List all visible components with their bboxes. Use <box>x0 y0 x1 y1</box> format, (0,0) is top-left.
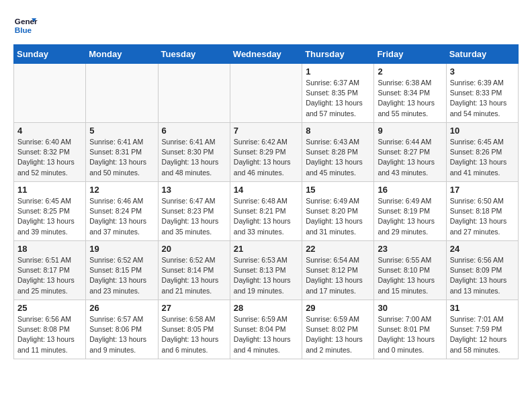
weekday-header-sunday: Sunday <box>14 45 86 64</box>
calendar-cell: 21Sunrise: 6:53 AMSunset: 8:13 PMDayligh… <box>230 241 302 300</box>
day-info: Sunrise: 6:39 AMSunset: 8:33 PMDaylight:… <box>450 78 515 119</box>
calendar-table: SundayMondayTuesdayWednesdayThursdayFrid… <box>13 44 519 359</box>
day-info: Sunrise: 6:46 AMSunset: 8:24 PMDaylight:… <box>89 196 154 237</box>
day-number: 23 <box>378 244 442 254</box>
day-number: 6 <box>162 126 226 136</box>
calendar-cell: 16Sunrise: 6:49 AMSunset: 8:19 PMDayligh… <box>374 182 446 241</box>
calendar-week-2: 4Sunrise: 6:40 AMSunset: 8:32 PMDaylight… <box>14 123 519 182</box>
calendar-cell: 3Sunrise: 6:39 AMSunset: 8:33 PMDaylight… <box>446 64 518 123</box>
day-number: 30 <box>378 303 442 313</box>
day-number: 27 <box>162 303 226 313</box>
day-info: Sunrise: 6:56 AMSunset: 8:08 PMDaylight:… <box>17 314 82 355</box>
day-number: 16 <box>378 185 442 195</box>
day-info: Sunrise: 6:45 AMSunset: 8:26 PMDaylight:… <box>450 137 515 178</box>
calendar-cell: 5Sunrise: 6:41 AMSunset: 8:31 PMDaylight… <box>86 123 158 182</box>
calendar-cell <box>230 64 302 123</box>
calendar-cell <box>158 64 230 123</box>
calendar-cell: 31Sunrise: 7:01 AMSunset: 7:59 PMDayligh… <box>446 300 518 359</box>
day-number: 26 <box>89 303 154 313</box>
day-number: 15 <box>306 185 370 195</box>
day-number: 25 <box>17 303 82 313</box>
calendar-cell: 24Sunrise: 6:56 AMSunset: 8:09 PMDayligh… <box>446 241 518 300</box>
day-info: Sunrise: 6:59 AMSunset: 8:02 PMDaylight:… <box>306 314 370 355</box>
calendar-week-1: 1Sunrise: 6:37 AMSunset: 8:35 PMDaylight… <box>14 64 519 123</box>
weekday-header-wednesday: Wednesday <box>230 45 302 64</box>
day-info: Sunrise: 6:52 AMSunset: 8:15 PMDaylight:… <box>89 255 154 296</box>
day-number: 21 <box>234 244 298 254</box>
weekday-header-monday: Monday <box>86 45 158 64</box>
day-info: Sunrise: 6:52 AMSunset: 8:14 PMDaylight:… <box>162 255 226 296</box>
day-number: 9 <box>378 126 442 136</box>
calendar-cell: 28Sunrise: 6:59 AMSunset: 8:04 PMDayligh… <box>230 300 302 359</box>
day-number: 22 <box>306 244 370 254</box>
day-number: 2 <box>378 66 442 77</box>
calendar-header-row: SundayMondayTuesdayWednesdayThursdayFrid… <box>14 45 519 64</box>
calendar-cell: 18Sunrise: 6:51 AMSunset: 8:17 PMDayligh… <box>14 241 86 300</box>
calendar-cell: 17Sunrise: 6:50 AMSunset: 8:18 PMDayligh… <box>446 182 518 241</box>
day-number: 4 <box>17 126 82 136</box>
calendar-cell: 9Sunrise: 6:44 AMSunset: 8:27 PMDaylight… <box>374 123 446 182</box>
calendar-cell: 6Sunrise: 6:41 AMSunset: 8:30 PMDaylight… <box>158 123 230 182</box>
day-info: Sunrise: 6:45 AMSunset: 8:25 PMDaylight:… <box>17 196 82 237</box>
day-number: 24 <box>450 244 515 254</box>
day-number: 3 <box>450 66 515 77</box>
svg-text:Blue: Blue <box>15 26 32 34</box>
day-number: 1 <box>306 66 370 77</box>
calendar-cell: 19Sunrise: 6:52 AMSunset: 8:15 PMDayligh… <box>86 241 158 300</box>
day-number: 19 <box>89 244 154 254</box>
calendar-cell: 26Sunrise: 6:57 AMSunset: 8:06 PMDayligh… <box>86 300 158 359</box>
day-number: 28 <box>234 303 298 313</box>
day-info: Sunrise: 6:58 AMSunset: 8:05 PMDaylight:… <box>162 314 226 355</box>
calendar-cell: 27Sunrise: 6:58 AMSunset: 8:05 PMDayligh… <box>158 300 230 359</box>
day-info: Sunrise: 6:41 AMSunset: 8:30 PMDaylight:… <box>162 137 226 178</box>
day-info: Sunrise: 6:50 AMSunset: 8:18 PMDaylight:… <box>450 196 515 237</box>
calendar-cell: 22Sunrise: 6:54 AMSunset: 8:12 PMDayligh… <box>302 241 374 300</box>
day-info: Sunrise: 6:41 AMSunset: 8:31 PMDaylight:… <box>89 137 154 178</box>
day-number: 31 <box>450 303 515 313</box>
calendar-cell: 13Sunrise: 6:47 AMSunset: 8:23 PMDayligh… <box>158 182 230 241</box>
day-number: 8 <box>306 126 370 136</box>
calendar-cell: 7Sunrise: 6:42 AMSunset: 8:29 PMDaylight… <box>230 123 302 182</box>
calendar-cell: 15Sunrise: 6:49 AMSunset: 8:20 PMDayligh… <box>302 182 374 241</box>
calendar-cell <box>86 64 158 123</box>
weekday-header-thursday: Thursday <box>302 45 374 64</box>
day-info: Sunrise: 6:43 AMSunset: 8:28 PMDaylight:… <box>306 137 370 178</box>
calendar-cell: 12Sunrise: 6:46 AMSunset: 8:24 PMDayligh… <box>86 182 158 241</box>
day-info: Sunrise: 6:49 AMSunset: 8:19 PMDaylight:… <box>378 196 442 237</box>
logo-icon: General Blue <box>13 13 38 38</box>
day-info: Sunrise: 6:48 AMSunset: 8:21 PMDaylight:… <box>234 196 298 237</box>
calendar-cell: 29Sunrise: 6:59 AMSunset: 8:02 PMDayligh… <box>302 300 374 359</box>
calendar-cell: 1Sunrise: 6:37 AMSunset: 8:35 PMDaylight… <box>302 64 374 123</box>
day-info: Sunrise: 7:01 AMSunset: 7:59 PMDaylight:… <box>450 314 515 355</box>
day-info: Sunrise: 6:49 AMSunset: 8:20 PMDaylight:… <box>306 196 370 237</box>
day-number: 18 <box>17 244 82 254</box>
day-info: Sunrise: 6:54 AMSunset: 8:12 PMDaylight:… <box>306 255 370 296</box>
day-number: 7 <box>234 126 298 136</box>
day-number: 11 <box>17 185 82 195</box>
day-info: Sunrise: 6:44 AMSunset: 8:27 PMDaylight:… <box>378 137 442 178</box>
day-number: 5 <box>89 126 154 136</box>
calendar-cell: 8Sunrise: 6:43 AMSunset: 8:28 PMDaylight… <box>302 123 374 182</box>
day-number: 29 <box>306 303 370 313</box>
calendar-body: 1Sunrise: 6:37 AMSunset: 8:35 PMDaylight… <box>14 64 519 359</box>
calendar-cell: 23Sunrise: 6:55 AMSunset: 8:10 PMDayligh… <box>374 241 446 300</box>
calendar-cell: 20Sunrise: 6:52 AMSunset: 8:14 PMDayligh… <box>158 241 230 300</box>
day-info: Sunrise: 6:57 AMSunset: 8:06 PMDaylight:… <box>89 314 154 355</box>
calendar-cell: 2Sunrise: 6:38 AMSunset: 8:34 PMDaylight… <box>374 64 446 123</box>
day-info: Sunrise: 6:42 AMSunset: 8:29 PMDaylight:… <box>234 137 298 178</box>
calendar-week-4: 18Sunrise: 6:51 AMSunset: 8:17 PMDayligh… <box>14 241 519 300</box>
calendar-cell: 25Sunrise: 6:56 AMSunset: 8:08 PMDayligh… <box>14 300 86 359</box>
day-info: Sunrise: 6:37 AMSunset: 8:35 PMDaylight:… <box>306 78 370 119</box>
calendar-week-3: 11Sunrise: 6:45 AMSunset: 8:25 PMDayligh… <box>14 182 519 241</box>
day-info: Sunrise: 6:55 AMSunset: 8:10 PMDaylight:… <box>378 255 442 296</box>
day-number: 17 <box>450 185 515 195</box>
weekday-header-saturday: Saturday <box>446 45 518 64</box>
day-info: Sunrise: 7:00 AMSunset: 8:01 PMDaylight:… <box>378 314 442 355</box>
day-info: Sunrise: 6:47 AMSunset: 8:23 PMDaylight:… <box>162 196 226 237</box>
day-info: Sunrise: 6:38 AMSunset: 8:34 PMDaylight:… <box>378 78 442 119</box>
weekday-header-friday: Friday <box>374 45 446 64</box>
calendar-cell <box>14 64 86 123</box>
day-info: Sunrise: 6:56 AMSunset: 8:09 PMDaylight:… <box>450 255 515 296</box>
logo: General Blue <box>13 13 38 38</box>
day-number: 13 <box>162 185 226 195</box>
